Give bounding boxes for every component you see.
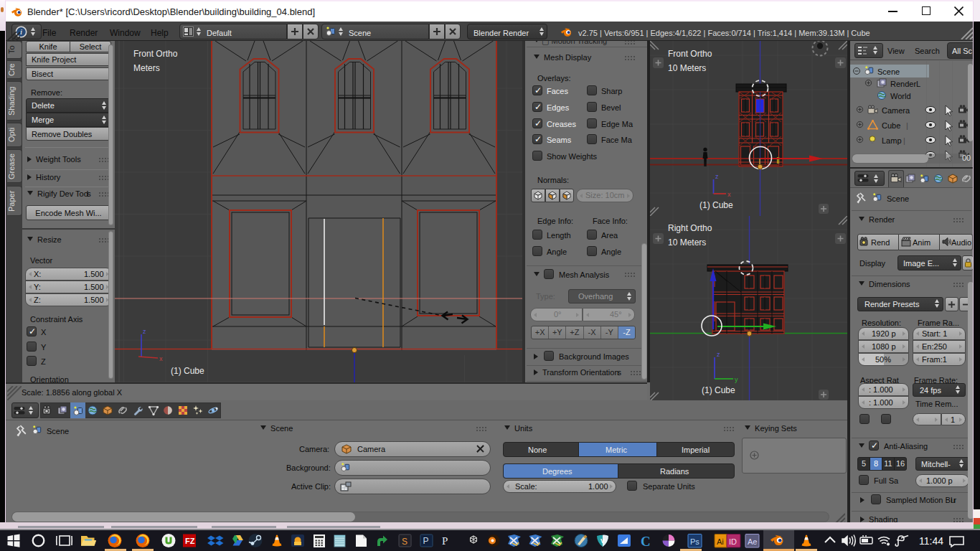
svg-text:z: z bbox=[143, 328, 146, 335]
svg-text:S: S bbox=[402, 537, 407, 547]
svg-text:x: x bbox=[727, 191, 731, 198]
svg-text:Front Ortho: Front Ortho bbox=[668, 49, 712, 59]
svg-text:10 Meters: 10 Meters bbox=[668, 237, 706, 248]
svg-text:11:44: 11:44 bbox=[919, 535, 943, 547]
svg-text:y: y bbox=[735, 376, 738, 383]
svg-text:Meters: Meters bbox=[133, 63, 160, 73]
svg-text:Ai: Ai bbox=[717, 537, 724, 546]
svg-text:(1) Cube: (1) Cube bbox=[702, 385, 735, 395]
svg-text:Front Ortho: Front Ortho bbox=[133, 49, 178, 59]
svg-text:FZ: FZ bbox=[185, 537, 195, 545]
svg-text:z: z bbox=[715, 173, 719, 180]
svg-text:(1) Cube: (1) Cube bbox=[699, 200, 733, 210]
svg-text:(1) Cube: (1) Cube bbox=[171, 366, 204, 376]
svg-text:ID: ID bbox=[729, 537, 737, 546]
svg-text:P: P bbox=[423, 536, 429, 546]
svg-text:P: P bbox=[442, 535, 448, 547]
svg-text:Right Ortho: Right Ortho bbox=[668, 223, 712, 233]
svg-text:x: x bbox=[159, 355, 163, 362]
svg-text:10 Meters: 10 Meters bbox=[668, 63, 706, 73]
svg-text:Ae: Ae bbox=[748, 537, 757, 546]
svg-text:Ps: Ps bbox=[690, 537, 699, 546]
svg-text:C: C bbox=[641, 534, 651, 549]
svg-text:z: z bbox=[717, 351, 720, 358]
svg-text:V: V bbox=[600, 537, 605, 545]
